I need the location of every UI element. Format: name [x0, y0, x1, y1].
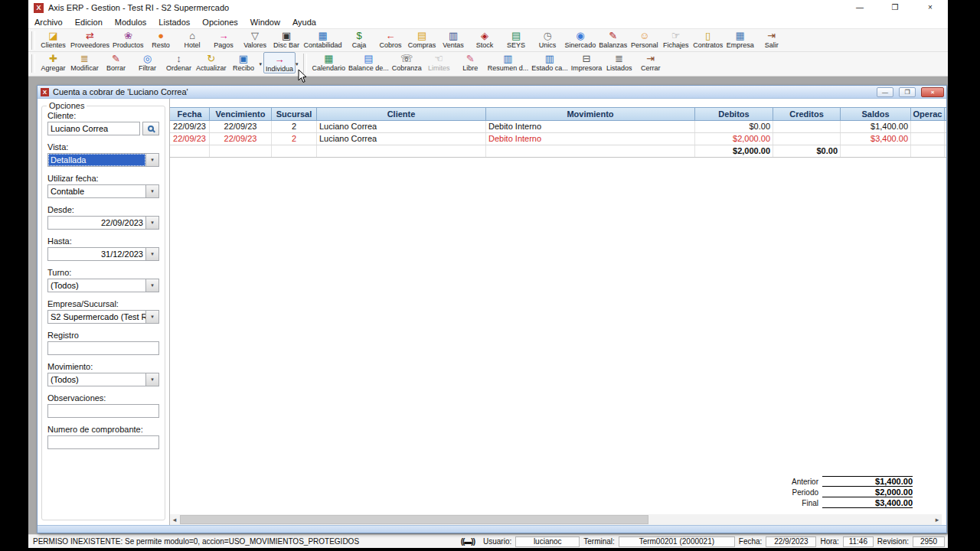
column-header-fecha[interactable]: Fecha: [170, 108, 210, 120]
toolbar-button-cobros[interactable]: ←Cobros: [375, 29, 407, 49]
table-row[interactable]: 22/09/2322/09/232Luciano CorreaDebito In…: [170, 121, 946, 133]
toolbar-button-valores[interactable]: ▽Valores: [240, 29, 271, 49]
toolbar-button-stock[interactable]: ◈Stock: [469, 29, 501, 49]
menu-item-archivo[interactable]: Archivo: [28, 18, 69, 27]
menu-item-window[interactable]: Window: [244, 18, 286, 27]
toolbar-button-estado-ca[interactable]: ▥Estado ca...: [530, 52, 570, 72]
toolbar-button-sinercado[interactable]: ◉Sinercado: [564, 29, 598, 49]
toolbar-button-hotel[interactable]: ⌂Hotel: [177, 29, 208, 49]
menu-item-opciones[interactable]: Opciones: [196, 18, 243, 27]
scroll-right-icon[interactable]: ▸: [933, 514, 942, 525]
combo-value-hasta[interactable]: 31/12/2023: [47, 247, 146, 261]
combo-value-turno[interactable]: (Todos): [47, 279, 146, 292]
menu-item-ayuda[interactable]: Ayuda: [286, 18, 322, 27]
toolbar-button-productos[interactable]: ❀Productos: [111, 29, 145, 49]
column-header-cliente[interactable]: Cliente: [317, 108, 486, 120]
column-header-movimiento[interactable]: Movimiento: [486, 108, 695, 120]
combo-dropdown-button[interactable]: ▾: [146, 247, 159, 261]
column-header-debitos[interactable]: Debitos: [695, 108, 773, 120]
toolbar-button-fichajes[interactable]: ☞Fichajes: [660, 29, 691, 49]
toolbar-button-actualizar[interactable]: ↻Actualizar: [194, 52, 228, 72]
toolbar-button-ordenar[interactable]: ↕Ordenar: [163, 52, 194, 72]
dropdown-arrow-icon[interactable]: ▾: [260, 61, 263, 67]
column-header-creditos[interactable]: Creditos: [773, 108, 841, 120]
combo-dropdown-button[interactable]: ▾: [146, 310, 159, 324]
toolbar-button-filtrar[interactable]: ◎Filtrar: [132, 52, 163, 72]
child-close-button[interactable]: ×: [921, 87, 944, 97]
toolbar-button-compras[interactable]: ▤Compras: [407, 29, 438, 49]
horizontal-scrollbar[interactable]: ◂ ▸: [170, 514, 942, 525]
combo-value-empresa-sucursal[interactable]: S2 Supermercado (Test R): [47, 310, 146, 324]
toolbar-grip[interactable]: [31, 31, 35, 50]
cell-debitos: $0.00: [695, 121, 773, 132]
cell-vencimiento: 22/09/23: [210, 121, 272, 132]
child-minimize-button[interactable]: —: [877, 87, 893, 97]
toolbar-button-cobranza[interactable]: ☏Cobranza: [390, 52, 423, 72]
toolbar-button-pagos[interactable]: →Pagos: [208, 29, 240, 49]
toolbar-button-seys[interactable]: ▤SEYS: [501, 29, 532, 49]
client-search-button[interactable]: [142, 122, 159, 135]
toolbar-label-estado-ca: Estado ca...: [531, 64, 568, 72]
toolbar-button-resumen-d[interactable]: ▥Resumen d...: [486, 52, 531, 72]
toolbar-button-cerrar[interactable]: ⇥Cerrar: [635, 52, 666, 72]
combo-value-vista[interactable]: Detallada: [47, 153, 146, 167]
toolbar-button-ventas[interactable]: ▥Ventas: [438, 29, 469, 49]
toolbar-button-disc-bar[interactable]: ▣Disc Bar: [271, 29, 302, 49]
scrollbar-thumb[interactable]: [180, 515, 648, 524]
input-observaciones[interactable]: [47, 404, 159, 418]
toolbar-button-contabilidad[interactable]: ▦Contabilidad: [302, 29, 344, 49]
toolbar-button-resto[interactable]: ●Resto: [145, 29, 177, 49]
column-header-saldos[interactable]: Saldos: [841, 108, 911, 120]
column-header-sucursal[interactable]: Sucursal: [272, 108, 317, 120]
column-header-vencimiento[interactable]: Vencimiento: [210, 108, 272, 120]
toolbar-grip[interactable]: [31, 54, 35, 73]
restore-button[interactable]: ❐: [877, 0, 913, 15]
combo-dropdown-button[interactable]: ▾: [146, 153, 159, 167]
combo-value-utilizar-fecha[interactable]: Contable: [47, 184, 146, 198]
toolbar-button-salir[interactable]: ⇥Salir: [756, 29, 787, 49]
toolbar-button-listados[interactable]: ≣Listados: [603, 52, 635, 72]
combo-dropdown-button[interactable]: ▾: [146, 184, 159, 198]
combo-dropdown-button[interactable]: ▾: [146, 216, 159, 230]
toolbar-label-clientes: Clientes: [41, 41, 66, 49]
toolbar-button-clientes[interactable]: ◪Clientes: [38, 29, 69, 49]
field-registro: [47, 341, 159, 355]
toolbar-button-balance-de[interactable]: ▤Balance de...: [347, 52, 390, 72]
toolbar-label-fichajes: Fichajes: [663, 41, 689, 49]
toolbar-button-libre[interactable]: ✎Libre: [455, 52, 486, 72]
toolbar-button-contratos[interactable]: ▯Contratos: [691, 29, 724, 49]
dropdown-arrow-icon[interactable]: ▾: [296, 61, 299, 67]
toolbar-button-unics[interactable]: ◷Unics: [532, 29, 564, 49]
close-button[interactable]: ×: [913, 0, 948, 15]
toolbar-button-impresora[interactable]: ⊟Impresora: [570, 52, 604, 72]
menu-item-modulos[interactable]: Modulos: [109, 18, 153, 27]
scroll-left-icon[interactable]: ◂: [170, 514, 179, 525]
column-header-operac[interactable]: Operac: [911, 108, 945, 120]
toolbar-button-individua[interactable]: →Individua: [263, 52, 296, 73]
toolbar-button-balanzas[interactable]: ✎Balanzas: [597, 29, 629, 49]
input-registro[interactable]: [47, 341, 159, 355]
toolbar-button-recibo[interactable]: ▣Recibo: [228, 52, 260, 72]
input-numero-de-comprobante[interactable]: [47, 435, 159, 449]
toolbar-button-borrar[interactable]: ✎Borrar: [100, 52, 132, 72]
combo-value-movimiento[interactable]: (Todos): [47, 373, 146, 386]
minimize-button[interactable]: —: [842, 0, 877, 15]
table-row[interactable]: 22/09/2322/09/232Luciano CorreaDebito In…: [170, 133, 946, 145]
toolbar-button-empresa[interactable]: ▦Empresa: [724, 29, 756, 49]
toolbar-button-proveedores[interactable]: ⇄Proveedores: [69, 29, 111, 49]
toolbar-button-agregar[interactable]: ✚Agregar: [38, 52, 69, 72]
child-restore-button[interactable]: ❐: [899, 87, 916, 97]
toolbar-label-compras: Compras: [408, 41, 436, 49]
menu-item-edicion[interactable]: Edicion: [69, 18, 109, 27]
toolbar-button-calendario[interactable]: ▦Calendario: [311, 52, 348, 72]
combo-dropdown-button[interactable]: ▾: [146, 279, 159, 292]
combo-dropdown-button[interactable]: ▾: [146, 373, 159, 386]
toolbar-button-modificar[interactable]: ≣Modificar: [69, 52, 100, 72]
toolbar-button-personal[interactable]: ☺Personal: [629, 29, 660, 49]
toolbar-button-caja[interactable]: $Caja: [344, 29, 375, 49]
options-group: Opciones Cliente:Luciano CorreaVista:Det…: [41, 106, 165, 520]
combo-value-desde[interactable]: 22/09/2023: [47, 216, 146, 230]
combo-value-cliente[interactable]: Luciano Correa: [47, 122, 140, 135]
add-icon: ✚: [39, 53, 67, 64]
menu-item-listados[interactable]: Listados: [152, 18, 196, 27]
